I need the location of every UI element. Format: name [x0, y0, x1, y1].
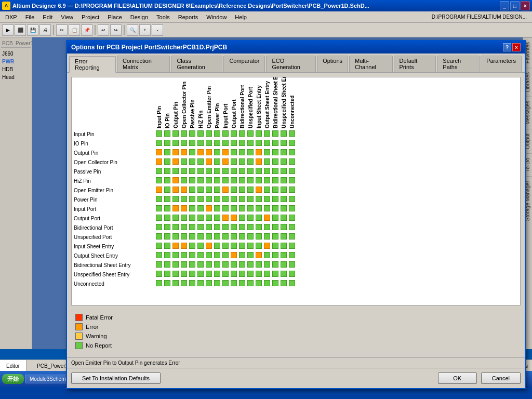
- matrix-cell-10-2[interactable]: [171, 223, 180, 232]
- matrix-cell-2-6[interactable]: [205, 148, 213, 157]
- matrix-cell-10-7[interactable]: [213, 223, 221, 232]
- matrix-cell-9-16[interactable]: [288, 214, 296, 223]
- matrix-cell-11-0[interactable]: [155, 232, 163, 242]
- matrix-cell-16-4[interactable]: [188, 279, 196, 288]
- tab-parameters[interactable]: Parameters: [481, 56, 522, 72]
- menu-project[interactable]: Project: [77, 11, 103, 22]
- matrix-cell-3-2[interactable]: [171, 157, 180, 167]
- matrix-cell-1-8[interactable]: [221, 139, 230, 148]
- matrix-cell-4-6[interactable]: [205, 167, 213, 176]
- matrix-cell-3-5[interactable]: [196, 157, 205, 167]
- matrix-cell-12-7[interactable]: [213, 242, 221, 251]
- tab-search-paths[interactable]: Search Paths: [437, 56, 480, 72]
- matrix-cell-14-16[interactable]: [288, 260, 296, 270]
- matrix-cell-15-4[interactable]: [188, 270, 196, 279]
- matrix-cell-5-8[interactable]: [221, 176, 230, 185]
- matrix-cell-7-3[interactable]: [180, 195, 188, 204]
- matrix-cell-9-7[interactable]: [213, 214, 221, 223]
- matrix-cell-15-14[interactable]: [271, 270, 280, 279]
- matrix-cell-10-11[interactable]: [246, 223, 255, 232]
- matrix-cell-9-10[interactable]: [238, 214, 246, 223]
- matrix-cell-12-2[interactable]: [171, 242, 180, 251]
- matrix-cell-2-13[interactable]: [263, 148, 271, 157]
- matrix-cell-8-9[interactable]: [230, 204, 238, 214]
- toolbar-btn-1[interactable]: ▶: [2, 24, 14, 36]
- matrix-cell-9-15[interactable]: [280, 214, 288, 223]
- matrix-cell-15-5[interactable]: [196, 270, 205, 279]
- matrix-cell-5-11[interactable]: [246, 176, 255, 185]
- ok-button[interactable]: OK: [438, 373, 477, 384]
- maximize-button[interactable]: □: [510, 1, 520, 10]
- matrix-cell-0-12[interactable]: [255, 129, 263, 139]
- matrix-container[interactable]: Input PinIO PinOutput PinOpen Collector …: [71, 77, 521, 305]
- matrix-cell-10-13[interactable]: [263, 223, 271, 232]
- matrix-cell-2-2[interactable]: [171, 148, 180, 157]
- close-button[interactable]: ×: [521, 1, 530, 10]
- tab-error-reporting[interactable]: Error Reporting: [69, 56, 116, 73]
- matrix-cell-12-12[interactable]: [255, 242, 263, 251]
- matrix-cell-7-6[interactable]: [205, 195, 213, 204]
- matrix-cell-10-12[interactable]: [255, 223, 263, 232]
- matrix-cell-10-6[interactable]: [205, 223, 213, 232]
- matrix-cell-15-3[interactable]: [180, 270, 188, 279]
- matrix-cell-7-0[interactable]: [155, 195, 163, 204]
- matrix-cell-0-13[interactable]: [263, 129, 271, 139]
- matrix-cell-0-1[interactable]: [163, 129, 171, 139]
- matrix-cell-11-4[interactable]: [188, 232, 196, 242]
- matrix-cell-7-15[interactable]: [280, 195, 288, 204]
- menu-place[interactable]: Place: [103, 11, 126, 22]
- matrix-cell-12-14[interactable]: [271, 242, 280, 251]
- matrix-cell-4-14[interactable]: [271, 167, 280, 176]
- matrix-cell-8-13[interactable]: [263, 204, 271, 214]
- matrix-cell-0-7[interactable]: [213, 129, 221, 139]
- matrix-cell-11-11[interactable]: [246, 232, 255, 242]
- matrix-cell-13-8[interactable]: [221, 251, 230, 260]
- matrix-cell-10-1[interactable]: [163, 223, 171, 232]
- matrix-cell-13-13[interactable]: [263, 251, 271, 260]
- tab-connection-matrix[interactable]: Connection Matrix: [117, 56, 170, 72]
- sidebar-item-head[interactable]: Head: [1, 73, 31, 81]
- matrix-cell-6-9[interactable]: [230, 185, 238, 195]
- matrix-cell-12-0[interactable]: [155, 242, 163, 251]
- matrix-cell-12-15[interactable]: [280, 242, 288, 251]
- matrix-cell-2-14[interactable]: [271, 148, 280, 157]
- tab-eco-generation[interactable]: ECO Generation: [266, 56, 316, 72]
- matrix-cell-13-0[interactable]: [155, 251, 163, 260]
- matrix-cell-10-5[interactable]: [196, 223, 205, 232]
- toolbar-btn-9[interactable]: ↪: [110, 24, 122, 36]
- toolbar-btn-6[interactable]: 📋: [69, 24, 80, 36]
- matrix-cell-13-1[interactable]: [163, 251, 171, 260]
- matrix-cell-15-8[interactable]: [221, 270, 230, 279]
- matrix-cell-1-3[interactable]: [180, 139, 188, 148]
- matrix-cell-3-1[interactable]: [163, 157, 171, 167]
- matrix-cell-12-13[interactable]: [263, 242, 271, 251]
- matrix-cell-11-16[interactable]: [288, 232, 296, 242]
- menu-window[interactable]: Window: [202, 11, 231, 22]
- matrix-cell-15-1[interactable]: [163, 270, 171, 279]
- toolbar-btn-8[interactable]: ↩: [98, 24, 109, 36]
- matrix-cell-5-14[interactable]: [271, 176, 280, 185]
- toolbar-btn-10[interactable]: 🔍: [127, 24, 138, 36]
- matrix-cell-8-16[interactable]: [288, 204, 296, 214]
- matrix-cell-6-5[interactable]: [196, 185, 205, 195]
- matrix-cell-10-10[interactable]: [238, 223, 246, 232]
- toolbar-btn-5[interactable]: ✂: [56, 24, 68, 36]
- matrix-cell-9-14[interactable]: [271, 214, 280, 223]
- matrix-cell-14-4[interactable]: [188, 260, 196, 270]
- matrix-cell-13-5[interactable]: [196, 251, 205, 260]
- matrix-cell-11-2[interactable]: [171, 232, 180, 242]
- matrix-cell-8-15[interactable]: [280, 204, 288, 214]
- dialog-help-button[interactable]: ?: [503, 43, 511, 51]
- matrix-cell-5-5[interactable]: [196, 176, 205, 185]
- matrix-cell-14-14[interactable]: [271, 260, 280, 270]
- matrix-cell-5-3[interactable]: [180, 176, 188, 185]
- matrix-cell-1-6[interactable]: [205, 139, 213, 148]
- matrix-cell-3-6[interactable]: [205, 157, 213, 167]
- matrix-cell-14-11[interactable]: [246, 260, 255, 270]
- matrix-cell-1-14[interactable]: [271, 139, 280, 148]
- matrix-cell-5-2[interactable]: [171, 176, 180, 185]
- matrix-cell-3-14[interactable]: [271, 157, 280, 167]
- matrix-cell-0-5[interactable]: [196, 129, 205, 139]
- matrix-cell-8-14[interactable]: [271, 204, 280, 214]
- matrix-cell-10-8[interactable]: [221, 223, 230, 232]
